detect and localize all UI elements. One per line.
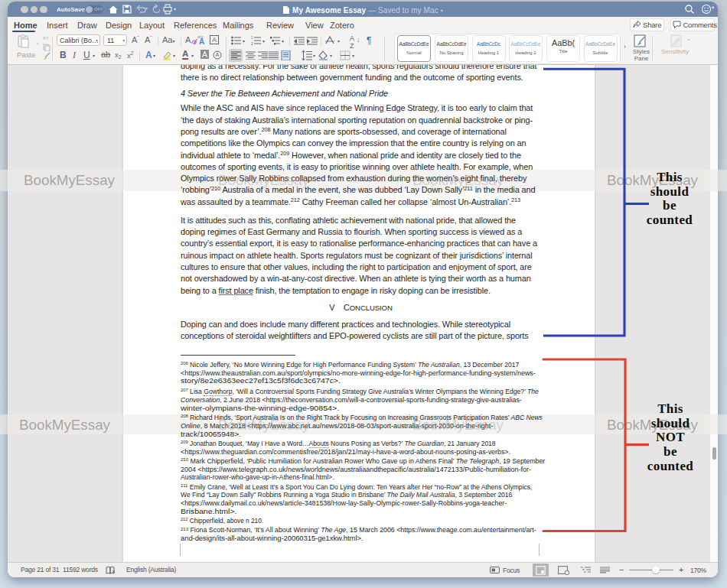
- svg-text:1: 1: [251, 36, 253, 40]
- svg-text:A: A: [216, 52, 220, 57]
- svg-text:2: 2: [251, 42, 253, 46]
